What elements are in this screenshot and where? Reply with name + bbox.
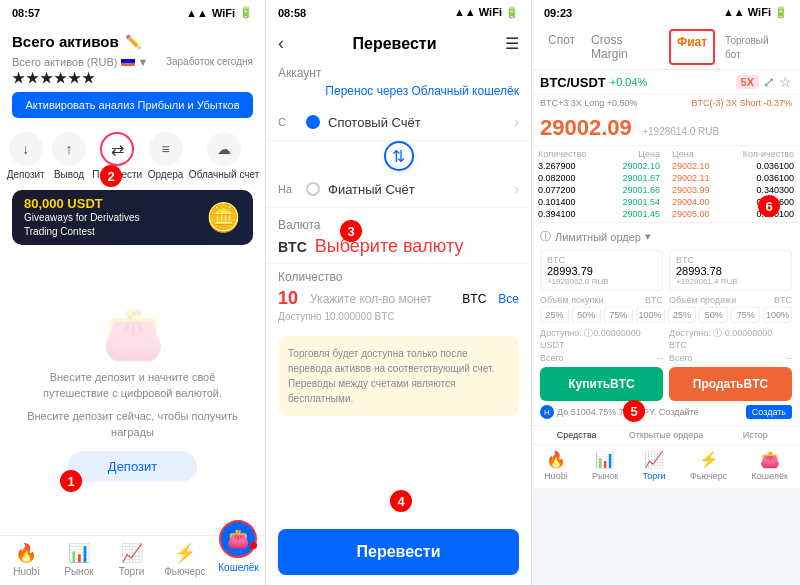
annotation-5: 5 [623,400,645,422]
promo-row: H До 51004.75% 7дн KPY. Создайте Создать [540,405,792,419]
nav-wallet-1[interactable]: 👛 Кошелёк [218,542,258,577]
pct-25-buy[interactable]: 25% [540,307,569,323]
ob-row-5-left: 0.39410029001.45 [538,208,660,220]
edit-icon[interactable]: ✏️ [125,34,141,49]
currency-row[interactable]: BTC Выберите валюту [278,236,519,257]
tab-spot[interactable]: Спот [540,25,583,69]
tab-cross-margin[interactable]: Cross Margin [583,25,667,69]
info-circle: ⓘ [540,229,551,244]
orders-label: Ордера [148,169,184,180]
pct-100-sell[interactable]: 100% [763,307,792,323]
tab-trading-bot[interactable]: Торговый бот [717,25,792,69]
buy-price-input[interactable]: BTC 28993.79 +1928062.0 RUB [540,250,663,291]
pair-name: BTC/USDT [540,75,606,90]
s3-wallet-label: Кошелёк [751,471,787,481]
transfer-title: Перевести [353,35,437,53]
bottom-nav-3: 🔥 Huobi 📊 Рынок 📈 Торги ⚡ Фьючерс 👛 Коше… [532,444,800,488]
status-icons-2: ▲▲ WiFi 🔋 [454,6,519,19]
buy-btc-button[interactable]: КупитьBTC [540,367,663,401]
current-price: 29002.09 [540,115,632,140]
sell-vol-label: Объём продажи BTC [669,295,792,305]
s3-nav-trade[interactable]: 📈 Торги [643,450,666,481]
cloud-icon: ☁ [207,132,241,166]
pct-25-sell[interactable]: 25% [668,307,697,323]
pct-50-buy[interactable]: 50% [572,307,601,323]
s3-futures-label: Фьючерс [690,471,727,481]
menu-icon[interactable]: ☰ [505,34,519,53]
ob-row-3-left: 0.07720029001.66 [538,184,660,196]
back-button[interactable]: ‹ [278,33,284,54]
to-account-row[interactable]: На Фиатный Счёт › [266,171,531,208]
cloud-transfer-link[interactable]: Перенос через Облачный кошелёк [266,82,531,104]
orders-action[interactable]: ≡ Ордера [146,132,186,180]
sell-label: Объём продажи [669,295,736,305]
num-1: 1 [60,470,82,492]
activate-button[interactable]: Активировать анализ Прибыли и Убытков [12,92,253,118]
transfer-button[interactable]: Перевести [278,529,519,575]
share-icon[interactable]: ⤢ [763,74,775,90]
price-rub: +1928614.0 RUB [642,126,719,137]
nav-huobi-1[interactable]: 🔥 Huobi [6,542,46,577]
total-dash-buy: -- [657,353,663,363]
buy-currency: BTC [645,295,663,305]
all-btn[interactable]: Все [498,292,519,306]
pct-100-buy[interactable]: 100% [636,307,665,323]
btab-open-orders[interactable]: Открытые ордера [621,426,710,444]
sell-btc-button[interactable]: ПродатьBTC [669,367,792,401]
page-title-1: Всего активов [12,33,119,50]
star-icon[interactable]: ☆ [779,74,792,90]
total-label-buy: Всего [540,353,564,363]
withdraw-label: Вывод [54,169,84,180]
tab-fiat[interactable]: Фиат [669,29,715,65]
pct-75-sell[interactable]: 75% [731,307,760,323]
s3-trade-icon: 📈 [644,450,664,469]
s3-nav-market[interactable]: 📊 Рынок [592,450,618,481]
annotation-2: 2 [100,165,122,187]
total-label-sell: Всего [669,353,693,363]
pct-75-buy[interactable]: 75% [604,307,633,323]
balance-stars: ★★★★★★ [12,70,96,86]
sell-price-sub: +1928061.4 RUB [676,277,785,286]
to-account-name: Фиатный Счёт [328,182,506,197]
total-sell: Всего -- [669,353,792,363]
s3-huobi-label: Huobi [544,471,568,481]
deposit-hint-1: Внесите депозит и начните своё путешеств… [16,369,249,402]
s3-nav-futures[interactable]: ⚡ Фьючерс [690,450,727,481]
s3-futures-icon: ⚡ [699,450,719,469]
nav-market-1[interactable]: 📊 Рынок [59,542,99,577]
price-inputs-row: BTC 28993.79 +1928062.0 RUB BTC 28993.78… [540,250,792,291]
quantity-row: 10 Укажите кол-во монет BTC Все [278,288,519,309]
screen2-header: ‹ Перевести ☰ [266,25,531,60]
pct-50-sell[interactable]: 50% [699,307,728,323]
deposit-action[interactable]: ↓ Депозит [6,132,46,180]
from-account-row[interactable]: С Спотовый Счёт › [266,104,531,141]
cloud-label: Облачный счет [189,169,259,180]
deposit-icon: ↓ [9,132,43,166]
btab-history[interactable]: Истор [711,426,800,444]
cloud-action[interactable]: ☁ Облачный счет [189,132,259,180]
order-type-selector[interactable]: ⓘ Лимитный ордер ▾ [540,229,651,244]
trade-icon-1: 📈 [121,542,143,564]
withdraw-action[interactable]: ↑ Вывод [49,132,89,180]
btab-assets[interactable]: Средства [532,426,621,444]
swap-button[interactable]: ⇅ [384,141,414,171]
transfer-icon: ⇄ [100,132,134,166]
s3-nav-wallet[interactable]: 👛 Кошелёк [751,450,787,481]
volume-labels: Объём покупки BTC Объём продажи BTC [540,295,792,305]
rub-flag [121,56,135,66]
ob-left: Количество Цена 3.26790029002.10 0.08200… [532,146,666,222]
nav-futures-1[interactable]: ⚡ Фьючерс [164,542,205,577]
btc-unit: BTC [462,292,486,306]
s3-nav-huobi[interactable]: 🔥 Huobi [544,450,568,481]
nav-label-futures-1: Фьючерс [164,566,205,577]
order-form: ⓘ Лимитный ордер ▾ BTC 28993.79 +1928062… [532,222,800,425]
sell-price-input[interactable]: BTC 28993.78 +1928061.4 RUB [669,250,792,291]
deposit-button[interactable]: Депозит [68,451,197,482]
banner-text: Giveaways for Derivatives Trading Contes… [24,211,174,239]
currency-section: Валюта BTC Выберите валюту [266,208,531,263]
create-button[interactable]: Создать [746,405,792,419]
swap-container: ⇅ [266,141,531,171]
banner-amount: 80,000 USDT [24,196,174,211]
avail-buy: Доступно: ⓘ0.00000000 USDT [540,327,663,350]
nav-trade-1[interactable]: 📈 Торги [112,542,152,577]
